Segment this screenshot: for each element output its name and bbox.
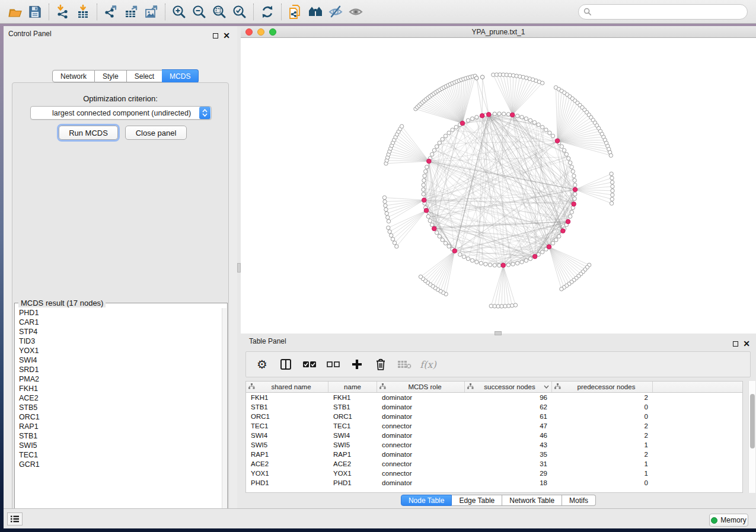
graph-node[interactable] <box>426 214 430 218</box>
node-table[interactable]: shared namenameMCDS rolesuccessor nodesp… <box>245 381 743 493</box>
search-input[interactable] <box>592 8 747 16</box>
table-cell[interactable]: 2 <box>552 451 653 458</box>
graph-node[interactable] <box>447 245 451 248</box>
graph-hub-node[interactable] <box>555 139 560 143</box>
graph-leaf-node[interactable] <box>393 241 396 245</box>
mcds-result-item[interactable]: TID3 <box>19 336 222 346</box>
mcds-result-item[interactable]: YOX1 <box>19 346 222 355</box>
open-file-icon[interactable] <box>5 3 25 21</box>
graph-leaf-node[interactable] <box>385 211 388 215</box>
graph-leaf-node[interactable] <box>384 207 388 211</box>
graph-node[interactable] <box>444 134 447 137</box>
table-cell[interactable]: 61 <box>465 413 552 420</box>
table-cell[interactable]: SWI4 <box>328 432 377 439</box>
graph-leaf-node[interactable] <box>400 124 403 128</box>
graph-node[interactable] <box>551 241 554 245</box>
table-cell[interactable]: RAP1 <box>246 451 328 458</box>
table-row[interactable]: ORC1ORC1dominator610 <box>246 412 742 421</box>
graph-node[interactable] <box>475 260 479 264</box>
graph-leaf-node[interactable] <box>489 304 493 307</box>
graph-node[interactable] <box>568 161 572 164</box>
table-row[interactable]: RAP1RAP1dominator352 <box>246 450 742 459</box>
table-cell[interactable]: FKH1 <box>246 394 328 401</box>
graph-node[interactable] <box>422 178 426 182</box>
table-cell[interactable]: dominator <box>377 432 465 439</box>
graph-node[interactable] <box>435 145 438 148</box>
table-cell[interactable]: FKH1 <box>328 394 377 401</box>
table-cell[interactable]: 0 <box>552 413 653 420</box>
graph-node[interactable] <box>562 149 566 152</box>
table-cell[interactable]: connector <box>377 470 465 477</box>
mcds-result-item[interactable]: SWI5 <box>19 441 222 450</box>
create-column-icon[interactable] <box>349 357 365 372</box>
zoom-selected-icon[interactable] <box>229 3 250 21</box>
graph-hub-node[interactable] <box>452 249 457 254</box>
graph-leaf-node[interactable] <box>496 305 500 308</box>
import-table-icon[interactable] <box>73 3 93 21</box>
graph-node[interactable] <box>451 128 454 132</box>
graph-node[interactable] <box>447 131 451 134</box>
graph-leaf-node[interactable] <box>513 303 517 307</box>
float-panel-icon[interactable] <box>733 341 738 347</box>
graph-hub-node[interactable] <box>572 202 576 207</box>
graph-node[interactable] <box>432 149 436 152</box>
table-cell[interactable]: 29 <box>465 470 552 477</box>
table-cell[interactable]: STB1 <box>328 403 377 411</box>
graph-node[interactable] <box>466 118 470 122</box>
table-scrollbar-thumb[interactable] <box>750 394 755 448</box>
table-cell[interactable]: 0 <box>552 403 653 411</box>
graph-node[interactable] <box>567 156 570 160</box>
graph-hub-node[interactable] <box>460 121 465 126</box>
graph-leaf-node[interactable] <box>387 219 390 223</box>
table-cell[interactable]: 2 <box>552 394 653 401</box>
graph-leaf-node[interactable] <box>493 305 496 308</box>
graph-node[interactable] <box>537 123 540 126</box>
tab-select[interactable]: Select <box>127 70 162 82</box>
table-cell[interactable]: connector <box>377 441 465 448</box>
tab-node-table[interactable]: Node Table <box>401 495 452 506</box>
graph-node[interactable] <box>458 252 462 256</box>
memory-button[interactable]: Memory <box>709 514 748 527</box>
table-cell[interactable]: SWI5 <box>328 441 377 448</box>
mcds-result-item[interactable]: FKH1 <box>19 384 222 393</box>
graph-node[interactable] <box>479 261 483 265</box>
graph-node[interactable] <box>423 174 426 178</box>
graph-node[interactable] <box>573 183 577 187</box>
graph-node[interactable] <box>528 257 532 261</box>
graph-node[interactable] <box>515 114 519 118</box>
graph-leaf-node[interactable] <box>510 304 513 307</box>
mcds-result-item[interactable]: PHD1 <box>19 308 222 318</box>
graph-node[interactable] <box>520 260 524 264</box>
close-panel-icon[interactable]: ✕ <box>743 341 750 347</box>
column-header-MCDS-role[interactable]: MCDS role <box>377 382 465 392</box>
graph-node[interactable] <box>466 257 470 261</box>
mcds-result-item[interactable]: STP4 <box>19 327 222 336</box>
graph-leaf-node[interactable] <box>386 216 390 219</box>
table-cell[interactable]: 1 <box>552 470 653 477</box>
mcds-result-item[interactable]: STB1 <box>19 431 222 441</box>
graph-leaf-node[interactable] <box>419 275 422 278</box>
table-cell[interactable]: TEC1 <box>328 422 377 430</box>
graph-node[interactable] <box>506 113 510 116</box>
graph-node[interactable] <box>438 235 441 238</box>
graph-leaf-node[interactable] <box>507 304 511 307</box>
graph-node[interactable] <box>573 178 576 182</box>
table-cell[interactable]: connector <box>377 460 465 467</box>
optimization-criterion-select[interactable]: largest connected component (undirected) <box>30 106 212 120</box>
deselect-all-columns-icon[interactable] <box>326 357 341 372</box>
graph-node[interactable] <box>541 125 544 129</box>
table-cell[interactable]: 18 <box>465 479 552 486</box>
tab-motifs[interactable]: Motifs <box>562 495 596 506</box>
mcds-result-item[interactable]: ACE2 <box>19 393 222 403</box>
node-table-header[interactable]: shared namenameMCDS rolesuccessor nodesp… <box>246 382 742 393</box>
graph-node[interactable] <box>425 165 429 169</box>
table-row[interactable]: SWI4SWI4dominator462 <box>246 431 742 440</box>
table-cell[interactable]: connector <box>377 422 465 430</box>
graph-node[interactable] <box>435 231 438 235</box>
graph-node[interactable] <box>524 258 528 262</box>
graph-node[interactable] <box>454 125 458 129</box>
graph-node[interactable] <box>422 183 425 187</box>
graph-leaf-node[interactable] <box>475 76 479 80</box>
graph-leaf-node[interactable] <box>611 193 614 197</box>
table-row[interactable]: TEC1TEC1connector472 <box>246 421 742 431</box>
